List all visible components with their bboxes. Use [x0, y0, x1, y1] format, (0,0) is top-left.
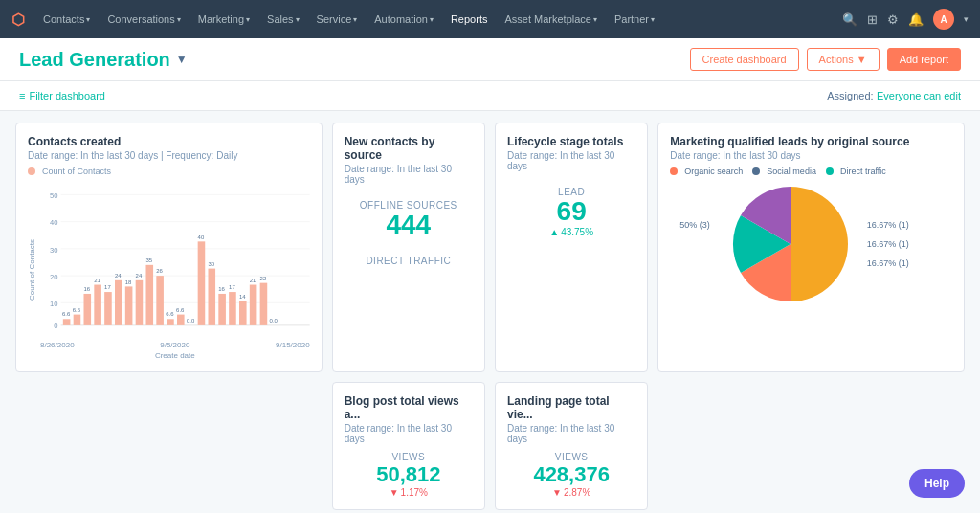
nav-service[interactable]: Service ▾: [310, 10, 365, 29]
svg-text:30: 30: [208, 261, 214, 267]
pie-labels-right: 16.67% (1) 16.67% (1) 16.67% (1): [867, 220, 909, 268]
svg-text:14: 14: [239, 294, 246, 300]
new-contacts-card: New contacts by source Date range: In th…: [332, 123, 485, 372]
mql-card: Marketing qualified leads by original so…: [657, 123, 965, 372]
arrow-down-icon-2: ▼: [552, 487, 562, 498]
svg-text:6.6: 6.6: [73, 307, 80, 313]
svg-text:22: 22: [260, 276, 267, 281]
svg-text:6.6: 6.6: [166, 312, 173, 318]
landing-views-title: Landing page total vie...: [507, 394, 635, 421]
svg-rect-15: [94, 285, 101, 325]
svg-text:26: 26: [156, 269, 163, 275]
svg-rect-18: [125, 286, 133, 324]
assigned-link[interactable]: Everyone can edit: [877, 90, 961, 101]
stage-value: 69: [507, 197, 635, 227]
svg-rect-22: [167, 319, 174, 325]
filter-dashboard-link[interactable]: ≡ Filter dashboard: [19, 90, 105, 101]
svg-rect-17: [115, 280, 122, 325]
blog-views-value: 50,812: [345, 462, 473, 487]
svg-text:40: 40: [50, 220, 57, 227]
nav-reports[interactable]: Reports: [444, 10, 495, 29]
dashboard-grid: Contacts created Date range: In the last…: [0, 111, 980, 513]
new-contacts-title: New contacts by source: [345, 135, 473, 162]
search-icon[interactable]: 🔍: [842, 12, 858, 27]
svg-text:20: 20: [50, 274, 57, 280]
nav-contacts[interactable]: Contacts ▾: [36, 10, 97, 29]
contacts-created-title: Contacts created: [28, 135, 310, 148]
nav-sales[interactable]: Sales ▾: [260, 10, 306, 29]
page-title: Lead Generation ▼: [19, 49, 188, 71]
pie-label-r3: 16.67% (1): [867, 258, 909, 268]
pie-label-r2: 16.67% (1): [867, 239, 909, 249]
direct-label: Direct traffic: [840, 167, 886, 176]
svg-rect-28: [229, 292, 236, 325]
direct-label: DIRECT TRAFFIC: [345, 256, 473, 266]
chevron-down-icon[interactable]: ▾: [964, 14, 969, 24]
svg-rect-21: [156, 276, 164, 325]
page-title-text: Lead Generation: [19, 49, 170, 71]
social-label: Social media: [767, 167, 816, 176]
contacts-created-subtitle: Date range: In the last 30 days | Freque…: [28, 150, 310, 161]
avatar[interactable]: A: [933, 9, 954, 30]
svg-rect-12: [63, 319, 71, 325]
mql-subtitle: Date range: In the last 30 days: [670, 150, 952, 161]
direct-dot: [826, 167, 834, 175]
filter-bar: ≡ Filter dashboard Assigned: Everyone ca…: [0, 81, 980, 111]
svg-text:6.6: 6.6: [176, 307, 184, 313]
x-axis-labels: 8/26/2020 9/5/2020 9/15/2020: [40, 341, 310, 349]
arrow-up-icon: ▲: [549, 227, 559, 237]
nav-partner[interactable]: Partner ▾: [608, 10, 661, 29]
landing-views-card: Landing page total vie... Date range: In…: [495, 382, 648, 510]
blog-views-label: VIEWS: [345, 452, 473, 462]
svg-text:0.0: 0.0: [187, 318, 194, 323]
x-axis-title: Create date: [40, 351, 310, 360]
landing-views-subtitle: Date range: In the last 30 days: [507, 423, 635, 444]
svg-text:50: 50: [50, 193, 57, 200]
svg-text:17: 17: [229, 285, 235, 291]
svg-text:18: 18: [125, 279, 132, 285]
svg-rect-27: [218, 294, 226, 325]
contacts-created-card: Contacts created Date range: In the last…: [15, 123, 323, 372]
logo: ⬡: [11, 11, 25, 29]
title-dropdown-icon[interactable]: ▼: [176, 53, 188, 66]
legend-organic: Organic search: [670, 167, 743, 176]
svg-text:21: 21: [94, 278, 100, 283]
nav-conversations[interactable]: Conversations ▾: [100, 10, 187, 29]
nav-asset-marketplace[interactable]: Asset Marketplace ▾: [498, 10, 603, 29]
lifecycle-card: Lifecycle stage totals Date range: In th…: [495, 123, 648, 372]
create-dashboard-button[interactable]: Create dashboard: [690, 48, 799, 71]
mql-title: Marketing qualified leads by original so…: [670, 135, 952, 148]
svg-text:24: 24: [115, 273, 122, 279]
svg-rect-13: [74, 315, 81, 325]
x-label-2: 9/5/2020: [160, 341, 189, 349]
svg-rect-31: [260, 283, 268, 325]
svg-text:17: 17: [104, 285, 111, 291]
header-actions: Create dashboard Actions ▼ Add report: [690, 48, 961, 71]
landing-views-value: 428,376: [507, 462, 635, 487]
notification-icon[interactable]: 🔔: [908, 12, 924, 27]
new-contacts-subtitle: Date range: In the last 30 days: [345, 164, 473, 185]
actions-button[interactable]: Actions ▼: [807, 48, 880, 71]
svg-rect-25: [198, 241, 206, 325]
stage-change: ▲ 43.75%: [507, 227, 635, 237]
svg-rect-29: [239, 301, 247, 324]
help-button[interactable]: Help: [909, 469, 965, 498]
nav-marketing[interactable]: Marketing ▾: [191, 10, 256, 29]
svg-text:16: 16: [83, 286, 90, 292]
landing-change-value: 2.87%: [564, 487, 590, 498]
assigned-section: Assigned: Everyone can edit: [827, 89, 961, 102]
svg-text:30: 30: [50, 247, 57, 254]
landing-views-label: VIEWS: [507, 452, 635, 462]
grid-icon[interactable]: ⊞: [867, 12, 878, 27]
add-report-button[interactable]: Add report: [887, 48, 961, 71]
mql-legend: Organic search Social media Direct traff…: [670, 167, 952, 176]
organic-dot: [670, 167, 678, 175]
blog-views-subtitle: Date range: In the last 30 days: [345, 423, 473, 444]
blog-change-value: 1.17%: [401, 487, 428, 498]
nav-automation[interactable]: Automation ▾: [368, 10, 440, 29]
blog-views-card: Blog post total views a... Date range: I…: [332, 382, 485, 510]
bar-chart: 50 40 30 20 10 0: [40, 186, 310, 339]
svg-rect-19: [136, 280, 144, 325]
x-label-3: 9/15/2020: [276, 341, 310, 349]
settings-icon[interactable]: ⚙: [887, 12, 899, 27]
